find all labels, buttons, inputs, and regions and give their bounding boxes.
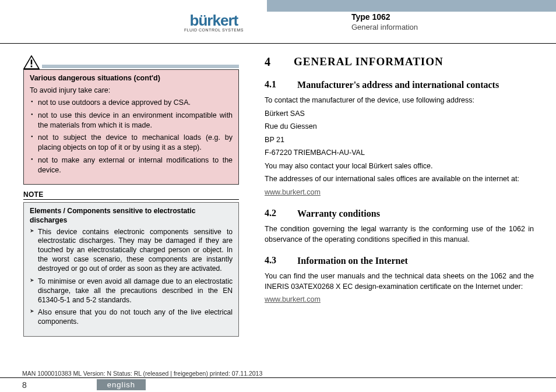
- svg-rect-1: [31, 59, 33, 64]
- warning-title: Various dangerous situations (cont'd): [30, 73, 233, 83]
- h2-number: 4.1: [265, 79, 283, 91]
- note-list: This device contains electronic componen…: [30, 228, 233, 327]
- link-burkert[interactable]: www.burkert.com: [265, 188, 534, 198]
- h2-number: 4.2: [265, 208, 283, 220]
- header-left: bürkert FLUID CONTROL SYSTEMS: [0, 0, 267, 43]
- h2-text: Manufacturer's address and international…: [297, 79, 499, 91]
- heading-4-3: 4.3 Information on the Internet: [265, 255, 534, 267]
- page-header: bürkert FLUID CONTROL SYSTEMS Type 1062 …: [0, 0, 556, 44]
- page-body: Various dangerous situations (cont'd) To…: [0, 44, 556, 370]
- warning-list: not to use outdoors a device approved by…: [30, 98, 233, 175]
- section-4-3: 4.3 Information on the Internet You can …: [265, 255, 534, 305]
- para: F-67220 TRIEMBACH-AU-VAL: [265, 148, 534, 158]
- warning-bar: [42, 65, 239, 68]
- para: To contact the manufacturer of the devic…: [265, 96, 534, 106]
- para: Bürkert SAS: [265, 109, 534, 119]
- warning-item: not to use this device in an environment…: [31, 111, 233, 130]
- header-section: General information: [351, 23, 556, 31]
- right-column: 4 GENERAL INFORMATION 4.1 Manufacturer's…: [253, 55, 556, 370]
- page-footer: MAN 1000010383 ML Version: N Status: RL …: [0, 370, 556, 392]
- note-label: NOTE: [23, 190, 239, 200]
- h1-number: 4: [265, 55, 270, 69]
- para: BP 21: [265, 135, 534, 146]
- logo-text: bürkert: [190, 12, 238, 30]
- para: You may also contact your local Bürkert …: [265, 161, 534, 172]
- note-title: Elements / Components sensitive to elect…: [30, 207, 233, 225]
- para: You can find the user manuals and the te…: [265, 271, 534, 292]
- section-4-1: 4.1 Manufacturer's address and internati…: [265, 79, 534, 197]
- para: The condition governing the legal warran…: [265, 224, 534, 245]
- para: Rue du Giessen: [265, 122, 534, 132]
- warning-icon: [23, 55, 40, 69]
- section-4-2: 4.2 Warranty conditions The condition go…: [265, 208, 534, 245]
- note-item: Also ensure that you do not touch any of…: [30, 308, 233, 327]
- svg-rect-2: [31, 66, 33, 68]
- para: The addresses of our international sales…: [265, 174, 534, 185]
- note-box: Elements / Components sensitive to elect…: [23, 202, 239, 337]
- heading-4-1: 4.1 Manufacturer's address and internati…: [265, 79, 534, 91]
- h2-text: Information on the Internet: [297, 255, 408, 267]
- footer-meta: MAN 1000010383 ML Version: N Status: RL …: [0, 370, 556, 377]
- logo: bürkert FLUID CONTROL SYSTEMS: [184, 12, 244, 32]
- page-number: 8: [22, 380, 27, 390]
- logo-subtitle: FLUID CONTROL SYSTEMS: [184, 28, 244, 32]
- header-type: Type 1062: [351, 12, 556, 22]
- left-column: Various dangerous situations (cont'd) To…: [0, 55, 253, 370]
- h1-text: GENERAL INFORMATION: [294, 55, 444, 69]
- warning-item: not to make any external or internal mod…: [31, 156, 233, 175]
- language-label: english: [97, 379, 146, 390]
- h2-text: Warranty conditions: [297, 208, 380, 220]
- heading-1: 4 GENERAL INFORMATION: [265, 55, 534, 69]
- warning-intro: To avoid injury take care:: [30, 86, 233, 96]
- header-right: Type 1062 General information: [267, 0, 556, 43]
- note-item: To minimise or even avoid all damage due…: [30, 277, 233, 305]
- warning-header: [23, 55, 239, 69]
- note-item: This device contains electronic componen…: [30, 228, 233, 274]
- heading-4-2: 4.2 Warranty conditions: [265, 208, 534, 220]
- link-burkert[interactable]: www.burkert.com: [265, 295, 534, 305]
- warning-item: not to use outdoors a device approved by…: [31, 98, 233, 108]
- footer-bar: 8 english: [0, 377, 556, 391]
- warning-box: Various dangerous situations (cont'd) To…: [23, 69, 239, 185]
- h2-number: 4.3: [265, 255, 283, 267]
- warning-item: not to subject the device to mechanical …: [31, 133, 233, 153]
- header-color-bar: [267, 0, 556, 12]
